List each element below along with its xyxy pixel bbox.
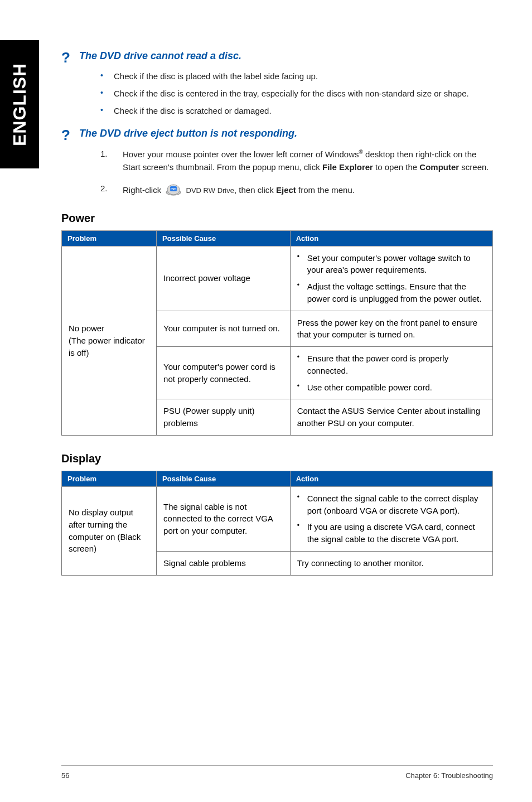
list-item: 1. Hover your mouse pointer over the low…: [100, 148, 493, 173]
cause-cell: The signal cable is not connected to the…: [157, 486, 291, 551]
faq-question-title: The DVD drive eject button is not respon…: [79, 128, 297, 139]
faq-question-title: The DVD drive cannot read a disc.: [79, 50, 241, 62]
list-item: 2. Right-click DVD DVD RW Drive, then cl…: [100, 182, 493, 200]
action-cell: Press the power key on the front panel t…: [290, 311, 492, 347]
column-header-action: Action: [290, 230, 492, 246]
problem-cell: No power (The power indicator is off): [62, 246, 157, 435]
chapter-label: Chapter 6: Troubleshooting: [405, 771, 493, 780]
question-mark-icon: ?: [61, 50, 79, 65]
page-number: 56: [61, 771, 69, 780]
column-header-cause: Possible Cause: [157, 230, 291, 246]
action-item: Adjust the voltage settings. Ensure that…: [297, 281, 486, 305]
action-cell: Try connecting to another monitor.: [290, 551, 492, 575]
list-item: Check if the disc is centered in the tra…: [100, 88, 493, 99]
action-cell: Contact the ASUS Service Center about in…: [290, 399, 492, 436]
problem-cell: No display output after turning the comp…: [62, 486, 157, 575]
action-cell: Set your computer's power voltage switch…: [290, 246, 492, 311]
language-tab: ENGLISH: [0, 40, 39, 168]
cause-cell: Incorrect power voltage: [157, 246, 291, 311]
action-cell: Ensure that the power cord is properly c…: [290, 347, 492, 399]
svg-text:DVD: DVD: [171, 187, 177, 191]
cause-cell: Your computer's power cord is not proper…: [157, 347, 291, 399]
display-heading: Display: [61, 452, 493, 465]
step-text: Right-click DVD DVD RW Drive, then click…: [123, 185, 355, 195]
step-number: 2.: [100, 182, 108, 195]
faq-answer-list: Check if the disc is placed with the lab…: [100, 70, 493, 117]
action-item: Connect the signal cable to the correct …: [297, 492, 486, 517]
action-item: Use other compatible power cord.: [297, 381, 486, 394]
page-footer: 56 Chapter 6: Troubleshooting: [61, 765, 493, 780]
action-item: Ensure that the power cord is properly c…: [297, 352, 486, 377]
dvd-drive-icon: DVD: [166, 182, 181, 200]
column-header-action: Action: [290, 471, 492, 486]
power-table: Problem Possible Cause Action No power (…: [61, 230, 493, 436]
main-content: ? The DVD drive cannot read a disc. Chec…: [61, 50, 493, 592]
step-text: Hover your mouse pointer over the lower …: [123, 149, 489, 172]
list-item: Check if the disc is placed with the lab…: [100, 70, 493, 82]
action-item: If you are using a discrete VGA card, co…: [297, 521, 486, 545]
display-table: Problem Possible Cause Action No display…: [61, 471, 493, 576]
action-item: Set your computer's power voltage switch…: [297, 252, 486, 277]
faq-question-row: ? The DVD drive eject button is not resp…: [61, 128, 493, 142]
action-cell: Connect the signal cable to the correct …: [290, 486, 492, 551]
dvd-drive-label: DVD RW Drive: [186, 187, 234, 195]
question-mark-icon: ?: [61, 128, 79, 142]
column-header-problem: Problem: [62, 230, 157, 246]
faq-steps-list: 1. Hover your mouse pointer over the low…: [100, 148, 493, 200]
power-heading: Power: [61, 212, 493, 225]
column-header-problem: Problem: [62, 471, 157, 486]
cause-cell: PSU (Power supply unit) problems: [157, 399, 291, 436]
step-number: 1.: [100, 148, 108, 161]
cause-cell: Your computer is not turned on.: [157, 311, 291, 347]
faq-question-row: ? The DVD drive cannot read a disc.: [61, 50, 493, 65]
cause-cell: Signal cable problems: [157, 551, 291, 575]
column-header-cause: Possible Cause: [157, 471, 291, 486]
list-item: Check if the disc is scratched or damage…: [100, 105, 493, 117]
